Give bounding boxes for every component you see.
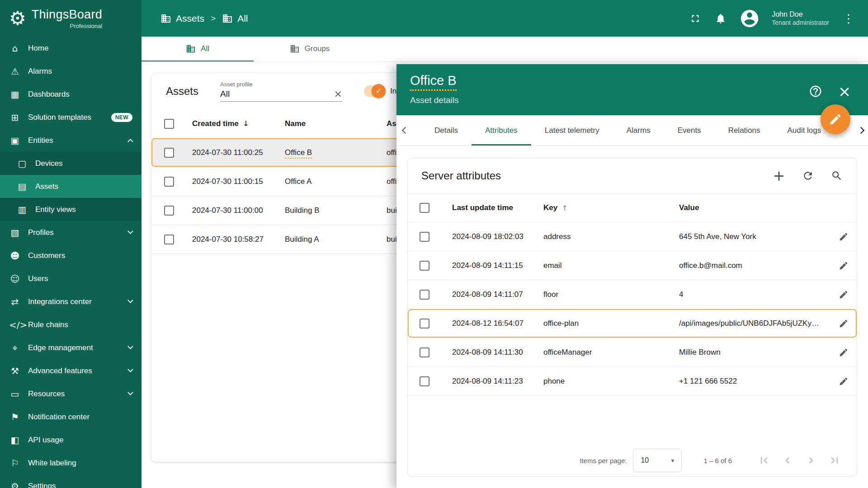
column-key[interactable]: Key <box>543 203 557 212</box>
sidebar-item-devices[interactable]: ▢Devices <box>0 152 142 175</box>
edit-attribute-icon[interactable] <box>837 288 850 301</box>
sidebar-item-advanced-features[interactable]: ⚒Advanced features <box>0 359 142 382</box>
home-icon: ⌂ <box>9 43 21 54</box>
attribute-row-address[interactable]: 2024-08-09 18:02:03 address 645 5th Ave,… <box>408 222 857 251</box>
edit-attribute-icon[interactable] <box>837 375 850 388</box>
next-page-icon[interactable] <box>804 454 818 467</box>
tab-latest-telemetry[interactable]: Latest telemetry <box>531 115 613 145</box>
sidebar-item-settings[interactable]: ⚙Settings <box>0 474 142 488</box>
tab-details[interactable]: Details <box>421 115 472 145</box>
attribute-row-office-plan[interactable]: 2024-08-12 16:54:07 office-plan /api/ima… <box>408 309 857 338</box>
sidebar-item-entities[interactable]: ▣Entities <box>0 129 142 152</box>
column-created-time[interactable]: Created time <box>192 119 239 128</box>
tab-groups[interactable]: Groups <box>254 37 366 61</box>
sidebar-item-resources[interactable]: ▭Resources <box>0 382 142 405</box>
select-all-checkbox[interactable] <box>420 203 429 213</box>
tab-all[interactable]: All <box>142 37 254 61</box>
profiles-icon: ▧ <box>9 227 21 238</box>
sidebar-item-api-usage[interactable]: ◧API usage <box>0 428 142 451</box>
search-icon[interactable] <box>830 169 843 182</box>
column-value[interactable]: Value <box>679 203 826 212</box>
menu-kebab-icon[interactable]: ⋮ <box>841 12 856 25</box>
sidebar-item-white-labeling[interactable]: ⚐White labeling <box>0 451 142 474</box>
user-role: Tenant administrator <box>772 19 829 27</box>
row-checkbox[interactable] <box>420 319 429 328</box>
brand-logo[interactable]: ⚙ ThingsBoard Professional <box>0 0 142 37</box>
row-checkbox[interactable] <box>420 232 429 242</box>
tab-attributes[interactable]: Attributes <box>472 115 531 145</box>
entity-group-tabs: All Groups <box>142 37 868 62</box>
tabs-scroll-left-icon[interactable] <box>403 115 408 145</box>
add-icon[interactable]: + <box>773 169 785 182</box>
edit-attribute-icon[interactable] <box>837 259 850 272</box>
drawer-title[interactable]: Office B <box>410 73 457 91</box>
sidebar-item-alarms[interactable]: ⚠Alarms <box>0 60 142 83</box>
attributes-table-header: Last update time Key↑ Value <box>408 193 857 222</box>
breadcrumb-assets[interactable]: Assets <box>160 13 204 24</box>
row-checkbox[interactable] <box>420 376 429 386</box>
asset-profile-filter[interactable]: Asset profile All × <box>220 81 342 102</box>
edit-attribute-icon[interactable] <box>837 230 850 244</box>
group-all-icon <box>222 13 233 24</box>
row-checkbox[interactable] <box>164 177 174 187</box>
sidebar-item-dashboards[interactable]: ▦Dashboards <box>0 83 142 106</box>
select-all-checkbox[interactable] <box>164 119 174 129</box>
sidebar-item-users[interactable]: ☺Users <box>0 267 142 290</box>
edit-fab-button[interactable] <box>821 104 850 134</box>
edit-attribute-icon[interactable] <box>837 346 850 359</box>
tab-alarms[interactable]: Alarms <box>613 115 664 145</box>
chevron-down-icon <box>127 297 133 303</box>
breadcrumb-all[interactable]: All <box>222 13 248 24</box>
last-page-icon[interactable] <box>828 454 841 467</box>
tab-events[interactable]: Events <box>664 115 715 145</box>
clear-filter-icon[interactable]: × <box>334 89 342 99</box>
items-per-page-label: Items per page: <box>580 457 627 465</box>
row-checkbox[interactable] <box>164 148 174 158</box>
sidebar-item-entity-views[interactable]: ▥Entity views <box>0 198 142 221</box>
close-icon[interactable]: × <box>837 84 852 99</box>
resources-icon: ▭ <box>9 389 21 399</box>
row-checkbox[interactable] <box>164 235 174 244</box>
attribute-row-phone[interactable]: 2024-08-09 14:11:23 phone +1 121 666 552… <box>408 367 857 396</box>
items-per-page-select[interactable]: 10 ▾ <box>633 449 682 472</box>
asset-details-drawer: Office B Asset details × Details Attribu… <box>396 64 868 488</box>
first-page-icon[interactable] <box>757 454 771 467</box>
assets-icon <box>160 13 171 24</box>
topbar-actions: John Doe Tenant administrator ⋮ <box>689 8 856 29</box>
entity-views-icon: ▥ <box>16 204 28 215</box>
refresh-icon[interactable] <box>802 169 814 182</box>
row-checkbox[interactable] <box>164 206 174 216</box>
tabs-scroll-right-icon[interactable] <box>859 115 863 145</box>
previous-page-icon[interactable] <box>781 454 794 467</box>
sidebar-item-rule-chains[interactable]: </>Rule chains <box>0 313 142 336</box>
include-customers-toggle[interactable]: ✓ <box>364 85 385 97</box>
dashboards-icon: ▦ <box>9 89 21 100</box>
column-last-update-time[interactable]: Last update time <box>452 203 543 212</box>
sidebar-item-edge-management[interactable]: ⌖Edge management <box>0 336 142 359</box>
avatar[interactable] <box>739 8 760 29</box>
attribute-row-office-manager[interactable]: 2024-08-09 14:11:30 officeManager Millie… <box>408 338 857 367</box>
row-checkbox[interactable] <box>420 261 429 271</box>
settings-icon: ⚙ <box>9 481 21 488</box>
row-checkbox[interactable] <box>420 290 429 300</box>
column-name[interactable]: Name <box>285 119 387 128</box>
notifications-icon[interactable] <box>714 12 727 25</box>
help-icon[interactable] <box>808 84 823 99</box>
attribute-row-email[interactable]: 2024-08-09 14:11:15 email office.b@mail.… <box>408 251 857 280</box>
top-header: Assets > All John Doe Tenant administrat… <box>142 0 868 37</box>
sidebar-item-customers[interactable]: ☻Customers <box>0 244 142 267</box>
sidebar-item-assets[interactable]: ▤Assets <box>0 175 142 198</box>
sidebar-item-notification-center[interactable]: ⚑Notification center <box>0 405 142 428</box>
fullscreen-icon[interactable] <box>689 12 702 25</box>
tab-relations[interactable]: Relations <box>715 115 774 145</box>
sidebar-item-integrations-center[interactable]: ⇄Integrations center <box>0 290 142 313</box>
asset-name: Building A <box>285 235 387 244</box>
sidebar-item-profiles[interactable]: ▧Profiles <box>0 221 142 244</box>
row-checkbox[interactable] <box>420 347 429 357</box>
server-attributes-panel: Server attributes + Last update time Key… <box>407 158 857 477</box>
edit-attribute-icon[interactable] <box>837 317 850 330</box>
sidebar-item-solution-templates[interactable]: ⊞Solution templatesNEW <box>0 106 142 129</box>
attribute-row-floor[interactable]: 2024-08-09 14:11:07 floor 4 <box>408 280 857 309</box>
sidebar-item-home[interactable]: ⌂Home <box>0 37 142 60</box>
asset-name[interactable]: Office B <box>285 148 312 159</box>
